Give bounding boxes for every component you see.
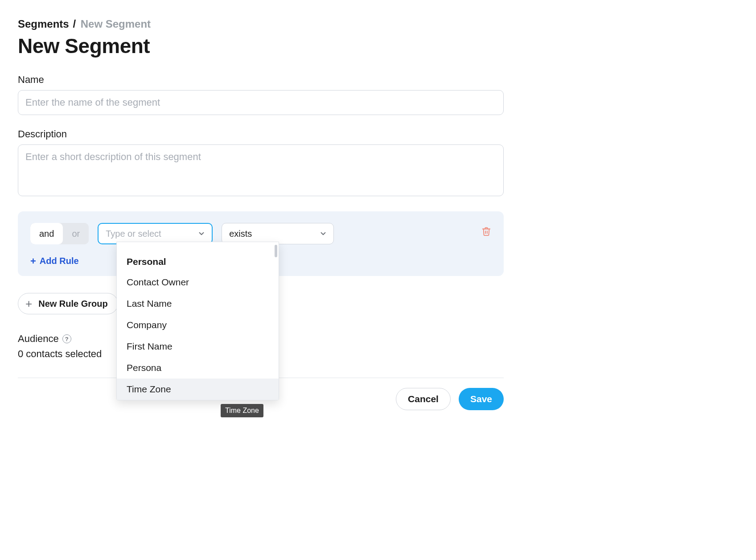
audience-label: Audience xyxy=(18,333,59,345)
dropdown-group-label: Personal xyxy=(117,247,279,272)
description-label: Description xyxy=(18,128,738,140)
cancel-button[interactable]: Cancel xyxy=(396,388,451,410)
name-input[interactable] xyxy=(18,90,504,115)
breadcrumb: Segments / New Segment xyxy=(18,18,738,30)
name-label: Name xyxy=(18,74,738,86)
logic-or-button[interactable]: or xyxy=(63,223,89,244)
dropdown-option-last-name[interactable]: Last Name xyxy=(117,293,279,314)
page-title: New Segment xyxy=(18,34,738,58)
dropdown-option-partial[interactable]: new xyxy=(117,242,279,247)
trash-icon xyxy=(481,230,491,238)
rule-condition-select[interactable]: exists xyxy=(222,223,334,244)
breadcrumb-separator: / xyxy=(73,18,76,30)
name-field-block: Name xyxy=(18,74,738,115)
dropdown-option-time-zone[interactable]: Time Zone xyxy=(117,379,279,400)
dropdown-option-contact-owner[interactable]: Contact Owner xyxy=(117,272,279,293)
type-select-dropdown[interactable]: new Personal Contact Owner Last Name Com… xyxy=(116,242,279,400)
rule-row: and or Type or select exists xyxy=(30,223,491,244)
rule-type-select[interactable]: Type or select xyxy=(98,223,213,244)
description-field-block: Description xyxy=(18,128,738,198)
new-rule-group-button[interactable]: + New Rule Group xyxy=(18,293,118,314)
tooltip: Time Zone xyxy=(221,404,263,417)
chevron-down-icon xyxy=(319,230,327,238)
breadcrumb-current: New Segment xyxy=(81,18,151,30)
type-select-wrap: Type or select xyxy=(98,223,213,244)
logic-and-button[interactable]: and xyxy=(30,223,63,244)
and-or-toggle: and or xyxy=(30,223,89,244)
breadcrumb-root[interactable]: Segments xyxy=(18,18,69,30)
add-rule-button[interactable]: + Add Rule xyxy=(30,256,79,266)
plus-icon: + xyxy=(30,256,36,266)
chevron-down-icon xyxy=(197,230,205,238)
save-button[interactable]: Save xyxy=(459,388,504,410)
dropdown-option-first-name[interactable]: First Name xyxy=(117,336,279,357)
description-input[interactable] xyxy=(18,144,504,196)
new-rule-group-label: New Rule Group xyxy=(38,299,108,309)
rule-type-placeholder: Type or select xyxy=(106,229,161,239)
rule-condition-value: exists xyxy=(229,229,252,239)
audience-label-row: Audience ? xyxy=(18,333,71,345)
plus-icon: + xyxy=(25,298,32,309)
add-rule-label: Add Rule xyxy=(40,256,79,266)
dropdown-option-persona[interactable]: Persona xyxy=(117,357,279,379)
delete-rule-button[interactable] xyxy=(481,226,491,238)
condition-select-wrap: exists xyxy=(222,223,334,244)
help-icon[interactable]: ? xyxy=(62,334,71,343)
dropdown-option-company[interactable]: Company xyxy=(117,314,279,336)
